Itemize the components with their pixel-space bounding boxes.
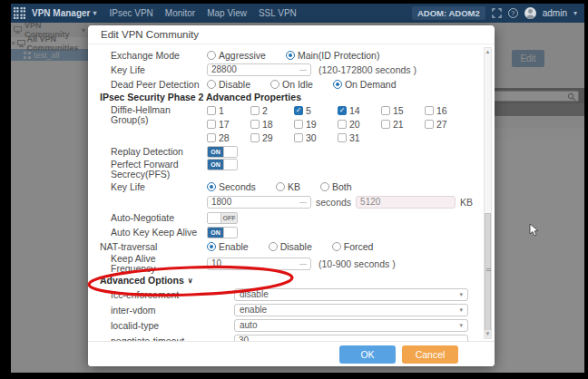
radio-option-on-demand[interactable]: On Demand xyxy=(333,79,397,90)
dialog-footer: OK Cancel xyxy=(88,341,495,366)
toggle-on[interactable]: ON xyxy=(207,159,238,170)
checkbox-label: 2 xyxy=(262,105,268,116)
field-nat-traversal: NAT-traversal EnableDisableForced xyxy=(88,239,495,253)
toggle-knob xyxy=(223,160,237,170)
radio-option-kb[interactable]: KB xyxy=(276,181,300,192)
field-label: Auto Key Keep Alive xyxy=(111,227,207,238)
toggle-knob xyxy=(223,147,237,157)
nav-item-ssl-vpn[interactable]: SSL VPN xyxy=(259,8,297,18)
dh-group-checkbox-28[interactable]: 28 xyxy=(207,132,250,143)
radio-label: On Idle xyxy=(282,79,313,90)
radio-option-both[interactable]: Both xyxy=(320,181,352,192)
radio-icon xyxy=(269,242,278,251)
toggle-knob xyxy=(223,228,237,238)
fullscreen-icon[interactable] xyxy=(492,8,502,18)
radio-label: Aggressive xyxy=(219,50,266,61)
auto-key-keep-alive-toggle-wrap: ON xyxy=(207,227,238,238)
dh-group-checkbox-18[interactable]: 18 xyxy=(250,119,294,130)
key-life-kb-input: 5120 xyxy=(356,196,456,209)
brand-menu[interactable]: VPN Manager ▾ xyxy=(32,8,96,18)
field-label: localid-type xyxy=(111,320,234,331)
checkbox-label: 1 xyxy=(219,105,224,116)
dh-group-checkbox-31[interactable]: 31 xyxy=(338,132,381,143)
nav-item-monitor[interactable]: Monitor xyxy=(165,8,195,18)
user-menu[interactable]: admin xyxy=(543,8,567,18)
radio-option-aggressive[interactable]: Aggressive xyxy=(207,50,266,61)
advanced-row-negotiate-timeout: negotiate-timeout30— xyxy=(88,333,495,341)
toggle-on[interactable]: ON xyxy=(207,146,238,158)
ok-button[interactable]: OK xyxy=(339,345,396,364)
dh-group-checkbox-14[interactable]: ✓14 xyxy=(338,105,381,116)
help-icon[interactable]: ? xyxy=(508,8,518,18)
nat-traversal-radios: EnableDisableForced xyxy=(207,241,384,252)
checkbox-icon xyxy=(294,120,303,129)
avatar[interactable] xyxy=(524,7,536,19)
fcc-enforcement-select[interactable]: disable▾ xyxy=(234,288,468,301)
advanced-options-header[interactable]: Advanced Options ∨ xyxy=(88,274,495,287)
radio-option-on-idle[interactable]: On Idle xyxy=(270,79,313,90)
keep-alive-frequency-input[interactable]: 10 — xyxy=(207,258,311,270)
dh-group-checkbox-19[interactable]: 19 xyxy=(294,119,338,130)
select-value: enable xyxy=(240,305,459,315)
dh-group-checkbox-27[interactable]: 27 xyxy=(425,119,468,130)
field-label: Auto-Negotiate xyxy=(111,212,207,223)
exchange-mode-radios: AggressiveMain(ID Protection) xyxy=(207,50,390,61)
app-grid-icon[interactable] xyxy=(14,7,25,19)
nav-item-map-view[interactable]: Map View xyxy=(207,8,247,18)
auto-negotiate-toggle-wrap: OFF xyxy=(207,212,238,224)
dh-group-checkbox-30[interactable]: 30 xyxy=(294,132,338,143)
nav-menu: IPsec VPNMonitorMap ViewSSL VPN xyxy=(109,8,308,18)
radio-option-enable[interactable]: Enable xyxy=(207,241,249,252)
radio-option-forced[interactable]: Forced xyxy=(332,241,374,252)
stepper-icon[interactable]: — xyxy=(299,198,307,206)
inter-vdom-select[interactable]: enable▾ xyxy=(234,304,468,316)
advanced-row-inter-vdom: inter-vdomenable▾ xyxy=(88,302,495,317)
scrollbar-thumb[interactable] xyxy=(485,213,491,331)
scroll-down-icon[interactable]: ▼ xyxy=(485,330,491,338)
checkbox-icon xyxy=(250,120,260,129)
field-label: NAT-traversal xyxy=(100,241,207,252)
key-life-input[interactable]: 28800 — xyxy=(207,63,311,76)
field-replay-detection: Replay Detection ON xyxy=(88,144,495,159)
toggle-state-label: ON xyxy=(208,160,223,170)
toggle-off[interactable]: OFF xyxy=(207,212,238,224)
nav-item-ipsec-vpn[interactable]: IPsec VPN xyxy=(109,8,152,18)
cancel-button[interactable]: Cancel xyxy=(402,345,458,364)
dialog-scrollbar[interactable]: ▲ ▼ xyxy=(484,47,492,339)
toggle-on[interactable]: ON xyxy=(207,227,238,238)
radio-label: Both xyxy=(332,181,352,192)
checkbox-label: 18 xyxy=(262,119,273,130)
dh-group-checkbox-17[interactable]: 17 xyxy=(207,119,250,130)
scroll-up-icon[interactable]: ▲ xyxy=(485,48,491,56)
field-pfs: Perfect Forward Secrecy(PFS) ON xyxy=(88,159,495,180)
dh-group-checkbox-21[interactable]: 21 xyxy=(381,119,425,130)
dialog-title: Edit VPN Community xyxy=(88,25,495,44)
key-life-seconds-input[interactable]: 1800 — xyxy=(207,196,311,209)
field-label: Perfect Forward Secrecy(PFS) xyxy=(111,159,207,180)
negotiate-timeout-input[interactable]: 30— xyxy=(234,335,468,342)
dh-group-checkbox-2[interactable]: 2 xyxy=(250,105,294,116)
advanced-options-rows: fcc-enforcementdisable▾inter-vdomenable▾… xyxy=(88,287,495,341)
checkbox-icon: ✓ xyxy=(338,106,347,115)
checkbox-icon xyxy=(381,120,390,129)
dh-group-checkbox-15[interactable]: 15 xyxy=(381,105,425,116)
dh-group-checkbox-16[interactable]: 16 xyxy=(425,105,468,116)
radio-icon xyxy=(207,182,216,191)
dh-group-checkbox-1[interactable]: 1 xyxy=(207,105,250,116)
stepper-icon[interactable]: — xyxy=(299,259,307,267)
checkbox-icon xyxy=(338,133,347,142)
radio-option-disable[interactable]: Disable xyxy=(207,79,250,90)
localid-type-select[interactable]: auto▾ xyxy=(234,319,468,332)
field-label: Diffie-Hellman Group(s) xyxy=(111,103,207,125)
chevron-down-icon: ∨ xyxy=(188,277,193,285)
radio-option-disable[interactable]: Disable xyxy=(269,241,312,252)
adom-selector[interactable]: ADOM: ADOM2 xyxy=(412,6,485,20)
dh-group-checkbox-5[interactable]: ✓5 xyxy=(294,105,338,116)
radio-option-seconds[interactable]: Seconds xyxy=(207,181,256,192)
dh-group-checkbox-20[interactable]: 20 xyxy=(338,119,381,130)
dh-group-checkbox-29[interactable]: 29 xyxy=(250,132,294,143)
radio-label: Disable xyxy=(219,79,250,90)
radio-option-main-id-protection-[interactable]: Main(ID Protection) xyxy=(286,50,379,61)
key-life-value: 28800 xyxy=(211,64,299,74)
stepper-icon[interactable]: — xyxy=(299,65,307,73)
